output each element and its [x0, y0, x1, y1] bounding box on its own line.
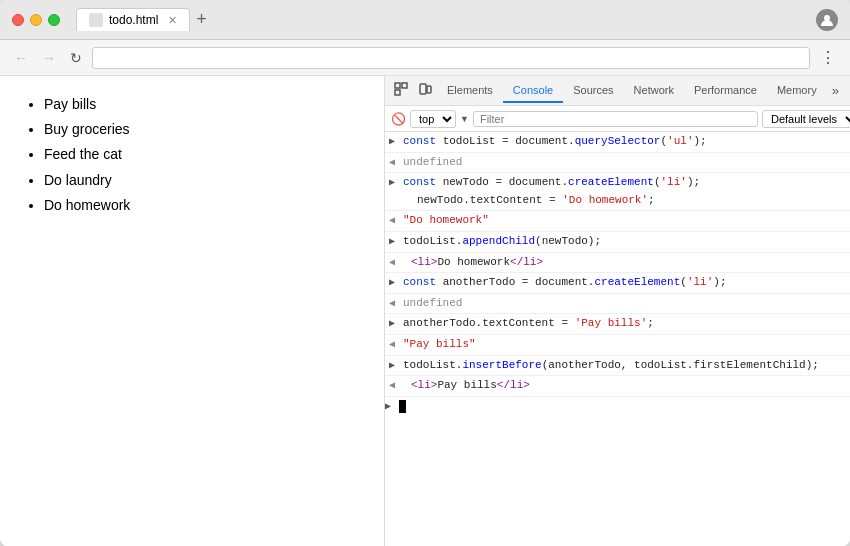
browser-menu-button[interactable]: ⋮ [816, 46, 840, 69]
main-area: Pay bills Buy groceries Feed the cat Do … [0, 76, 850, 546]
svg-rect-5 [427, 86, 431, 93]
svg-rect-2 [402, 83, 407, 88]
console-entry: ▶ const newTodo = document.createElement… [385, 173, 850, 211]
console-line: const newTodo = document.createElement('… [399, 174, 850, 209]
console-entry: ▶ todoList.appendChild(newTodo); [385, 232, 850, 253]
levels-select[interactable]: Default levels [762, 110, 850, 128]
console-entry: ◀ "Pay bills" [385, 335, 850, 356]
tab-close-icon[interactable]: ✕ [168, 14, 177, 27]
favicon-icon [89, 13, 103, 27]
input-arrow-icon[interactable]: ▶ [385, 174, 399, 191]
close-button[interactable] [12, 14, 24, 26]
tab-sources[interactable]: Sources [563, 79, 623, 103]
page-content: Pay bills Buy groceries Feed the cat Do … [0, 76, 385, 546]
console-toolbar: 🚫 top ▼ Default levels ▼ ⚙ [385, 106, 850, 132]
console-entry: ▶ const todoList = document.querySelecto… [385, 132, 850, 153]
console-line: undefined [399, 154, 850, 172]
svg-rect-1 [395, 83, 400, 88]
output-arrow-icon: ◀ [385, 254, 399, 271]
tab-elements[interactable]: Elements [437, 79, 503, 103]
console-output: ▶ const todoList = document.querySelecto… [385, 132, 850, 546]
devtools-panel: Elements Console Sources Network Perform… [385, 76, 850, 546]
console-line: "Do homework" [399, 212, 850, 230]
reload-button[interactable]: ↻ [66, 48, 86, 68]
back-button[interactable]: ← [10, 48, 32, 68]
devtools-tabs: Elements Console Sources Network Perform… [437, 79, 844, 103]
list-item: Pay bills [44, 92, 360, 117]
console-line: todoList.appendChild(newTodo); [399, 233, 850, 251]
tab-memory[interactable]: Memory [767, 79, 827, 103]
console-prompt[interactable]: ▶ [385, 397, 850, 417]
devtools-toolbar: Elements Console Sources Network Perform… [385, 76, 850, 106]
console-line: <li>Do homework</li> [399, 254, 850, 272]
tab-network[interactable]: Network [624, 79, 684, 103]
maximize-button[interactable] [48, 14, 60, 26]
browser-window: todo.html ✕ + ← → ↻ file:///Users/sammy/… [0, 0, 850, 546]
output-arrow-icon: ◀ [385, 377, 399, 394]
console-line: const anotherTodo = document.createEleme… [399, 274, 850, 292]
tab-console[interactable]: Console [503, 79, 563, 103]
new-tab-button[interactable]: + [190, 9, 213, 30]
address-bar[interactable]: file:///Users/sammy/todo.html [92, 47, 810, 69]
svg-rect-3 [395, 90, 400, 95]
forward-button[interactable]: → [38, 48, 60, 68]
console-line: const todoList = document.querySelector(… [399, 133, 850, 151]
output-arrow-icon: ◀ [385, 295, 399, 312]
console-entry: ◀ "Do homework" [385, 211, 850, 232]
list-item: Buy groceries [44, 117, 360, 142]
output-arrow-icon: ◀ [385, 154, 399, 171]
console-line: anotherTodo.textContent = 'Pay bills'; [399, 315, 850, 333]
input-arrow-icon[interactable]: ▶ [385, 357, 399, 374]
clear-console-button[interactable]: 🚫 [391, 112, 406, 126]
input-arrow-icon[interactable]: ▶ [385, 233, 399, 250]
filter-input[interactable] [473, 111, 758, 127]
console-entry: ▶ todoList.insertBefore(anotherTodo, tod… [385, 356, 850, 377]
context-select[interactable]: top [410, 110, 456, 128]
console-line: todoList.insertBefore(anotherTodo, todoL… [399, 357, 850, 375]
traffic-lights [12, 14, 60, 26]
dropdown-arrow-icon: ▼ [460, 114, 469, 124]
more-tabs-button[interactable]: » [827, 79, 844, 102]
devtools-close-area: ⋮ ✕ [844, 79, 850, 102]
inspect-element-button[interactable] [389, 78, 413, 103]
list-item: Do laundry [44, 168, 360, 193]
console-entry: ◀ <li>Pay bills</li> [385, 376, 850, 397]
active-tab[interactable]: todo.html ✕ [76, 8, 190, 31]
console-entry: ◀ <li>Do homework</li> [385, 253, 850, 274]
output-arrow-icon: ◀ [385, 336, 399, 353]
console-entry: ◀ undefined [385, 294, 850, 315]
input-arrow-icon[interactable]: ▶ [385, 274, 399, 291]
title-bar: todo.html ✕ + [0, 0, 850, 40]
console-line: undefined [399, 295, 850, 313]
todo-list: Pay bills Buy groceries Feed the cat Do … [24, 92, 360, 218]
device-toggle-button[interactable] [413, 78, 437, 103]
list-item: Do homework [44, 193, 360, 218]
tab-bar: todo.html ✕ + [76, 8, 808, 31]
prompt-arrow-icon: ▶ [385, 399, 399, 415]
devtools-settings-button[interactable]: ⋮ [844, 79, 850, 102]
output-arrow-icon: ◀ [385, 212, 399, 229]
console-entry: ▶ anotherTodo.textContent = 'Pay bills'; [385, 314, 850, 335]
nav-bar: ← → ↻ file:///Users/sammy/todo.html ⋮ [0, 40, 850, 76]
tab-performance[interactable]: Performance [684, 79, 767, 103]
console-entry: ▶ const anotherTodo = document.createEle… [385, 273, 850, 294]
svg-rect-4 [420, 84, 426, 94]
console-line: "Pay bills" [399, 336, 850, 354]
list-item: Feed the cat [44, 142, 360, 167]
cursor [399, 400, 406, 413]
input-arrow-icon[interactable]: ▶ [385, 315, 399, 332]
input-arrow-icon[interactable]: ▶ [385, 133, 399, 150]
console-entry: ◀ undefined [385, 153, 850, 174]
tab-title: todo.html [109, 13, 158, 27]
console-line: <li>Pay bills</li> [399, 377, 850, 395]
minimize-button[interactable] [30, 14, 42, 26]
profile-icon[interactable] [816, 9, 838, 31]
